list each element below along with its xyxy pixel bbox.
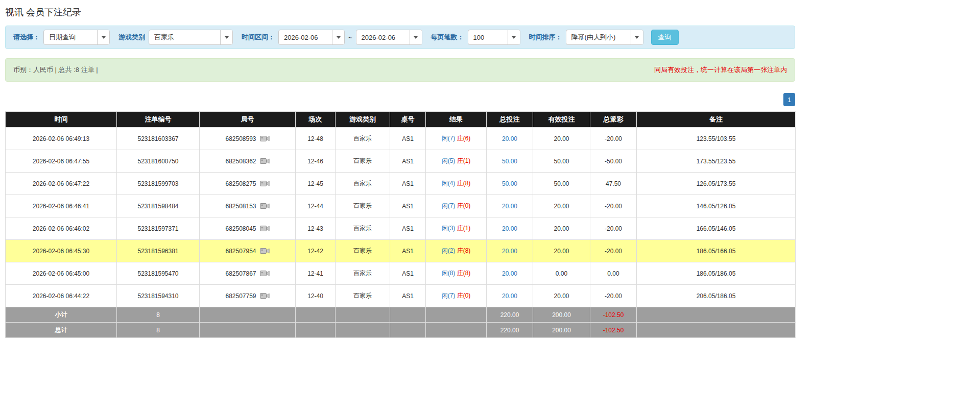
- cell-game-type: 百家乐: [336, 128, 390, 150]
- cell-round: 682508593: [200, 128, 296, 150]
- result-player: 闲(8): [442, 270, 456, 277]
- total-bet-link[interactable]: 20.00: [502, 270, 517, 277]
- cell-bet-id: 523181603367: [117, 128, 200, 150]
- cell-remark: 206.05/186.05: [637, 285, 796, 307]
- cell-bet-id: 523181598484: [117, 195, 200, 217]
- sort-order-select[interactable]: 降幂(由大到小): [566, 30, 643, 45]
- cell-table-no: AS1: [390, 240, 426, 262]
- subtotal-row-cell: [336, 307, 390, 323]
- subtotal-row-cell: -102.50: [590, 307, 637, 323]
- cell-payout: 0.00: [590, 262, 637, 285]
- video-replay-icon[interactable]: [260, 135, 270, 142]
- table-row: 2026-02-06 06:47:22523181599703682508275…: [6, 173, 796, 195]
- cell-game-type: 百家乐: [336, 217, 390, 240]
- round-number: 682507759: [225, 293, 256, 300]
- table-row: 2026-02-06 06:46:02523181597371682508045…: [6, 217, 796, 240]
- cell-valid-bet: 20.00: [533, 285, 590, 307]
- total-bet-link[interactable]: 50.00: [502, 158, 517, 165]
- cell-session: 12-44: [296, 195, 336, 217]
- cell-valid-bet: 20.00: [533, 240, 590, 262]
- table-row: 2026-02-06 06:49:13523181603367682508593…: [6, 128, 796, 150]
- video-replay-icon[interactable]: [260, 180, 270, 187]
- total-row-cell: [637, 323, 796, 338]
- cell-bet-id: 523181597371: [117, 217, 200, 240]
- total-bet-link[interactable]: 20.00: [502, 203, 517, 210]
- cell-session: 12-48: [296, 128, 336, 150]
- game-type-label: 游戏类别: [118, 33, 145, 42]
- cell-session: 12-45: [296, 173, 336, 195]
- video-replay-icon[interactable]: [260, 292, 270, 300]
- video-replay-icon[interactable]: [260, 202, 270, 210]
- subtotal-row-cell: [200, 307, 296, 323]
- cell-total-bet: 20.00: [487, 195, 533, 217]
- cell-time: 2026-02-06 06:45:00: [6, 262, 117, 285]
- total-bet-link[interactable]: 20.00: [502, 225, 517, 232]
- video-replay-icon[interactable]: [260, 157, 270, 165]
- table-row: 2026-02-06 06:45:00523181595470682507867…: [6, 262, 796, 285]
- game-type-value: 百家乐: [149, 30, 220, 44]
- cell-time: 2026-02-06 06:46:41: [6, 195, 117, 217]
- cell-payout: -20.00: [590, 128, 637, 150]
- column-header: 有效投注: [533, 112, 590, 128]
- header-row: 时间注单编号局号场次游戏类别桌号结果总投注有效投注总派彩备注: [6, 112, 796, 128]
- column-header: 备注: [637, 112, 796, 128]
- subtotal-row-cell: [390, 307, 426, 323]
- video-replay-icon[interactable]: [260, 225, 270, 232]
- cell-table-no: AS1: [390, 262, 426, 285]
- cell-payout: -20.00: [590, 285, 637, 307]
- result-banker: 庄(1): [457, 157, 471, 164]
- result-player: 闲(4): [442, 180, 456, 187]
- total-bet-link[interactable]: 20.00: [502, 135, 517, 142]
- cell-table-no: AS1: [390, 195, 426, 217]
- cell-round: 682507954: [200, 240, 296, 262]
- total-row-cell: [336, 323, 390, 338]
- select-label: 请选择：: [13, 33, 40, 42]
- cell-game-type: 百家乐: [336, 285, 390, 307]
- date-query-select[interactable]: 日期查询: [43, 30, 110, 45]
- result-player: 闲(2): [442, 247, 456, 254]
- cell-total-bet: 20.00: [487, 128, 533, 150]
- column-header: 时间: [6, 112, 117, 128]
- round-number: 682508362: [225, 158, 256, 165]
- total-bet-link[interactable]: 50.00: [502, 180, 517, 187]
- cell-result: 闲(3) 庄(1): [426, 217, 487, 240]
- summary-bar: 币别：人民币 | 总共 :8 注单 | 同局有效投注，统一计算在该局第一张注单内: [5, 58, 795, 82]
- cell-game-type: 百家乐: [336, 150, 390, 173]
- round-number: 682507867: [225, 270, 256, 277]
- cell-total-bet: 20.00: [487, 240, 533, 262]
- total-bet-link[interactable]: 20.00: [502, 248, 517, 255]
- cell-session: 12-43: [296, 217, 336, 240]
- video-replay-icon[interactable]: [260, 270, 270, 277]
- cell-bet-id: 523181595470: [117, 262, 200, 285]
- cell-payout: -20.00: [590, 195, 637, 217]
- date-to-select[interactable]: 2026-02-06: [356, 30, 422, 45]
- game-type-select[interactable]: 百家乐: [149, 30, 233, 45]
- page-size-select[interactable]: 100: [468, 30, 520, 45]
- cell-payout: 47.50: [590, 173, 637, 195]
- column-header: 注单编号: [117, 112, 200, 128]
- table-row: 2026-02-06 06:45:30523181596381682507954…: [6, 240, 796, 262]
- table-row: 2026-02-06 06:44:22523181594310682507759…: [6, 285, 796, 307]
- video-replay-icon[interactable]: [260, 247, 270, 255]
- cell-total-bet: 20.00: [487, 285, 533, 307]
- subtotal-row-cell: [637, 307, 796, 323]
- cell-total-bet: 20.00: [487, 217, 533, 240]
- column-header: 游戏类别: [336, 112, 390, 128]
- total-row: 总计8220.00200.00-102.50: [6, 323, 796, 338]
- cell-valid-bet: 50.00: [533, 150, 590, 173]
- date-from-select[interactable]: 2026-02-06: [278, 30, 345, 45]
- cell-valid-bet: 20.00: [533, 195, 590, 217]
- total-row-cell: [296, 323, 336, 338]
- result-player: 闲(5): [442, 157, 456, 164]
- cell-table-no: AS1: [390, 285, 426, 307]
- cell-result: 闲(5) 庄(1): [426, 150, 487, 173]
- total-bet-link[interactable]: 20.00: [502, 293, 517, 300]
- note-text: 同局有效投注，统一计算在该局第一张注单内: [654, 65, 787, 75]
- subtotal-row-cell: [426, 307, 487, 323]
- page-button-1[interactable]: 1: [783, 93, 795, 106]
- column-header: 总投注: [487, 112, 533, 128]
- subtotal-row-cell: 200.00: [533, 307, 590, 323]
- search-button[interactable]: 查询: [651, 30, 679, 45]
- subtotal-row: 小计8220.00200.00-102.50: [6, 307, 796, 323]
- cell-valid-bet: 20.00: [533, 217, 590, 240]
